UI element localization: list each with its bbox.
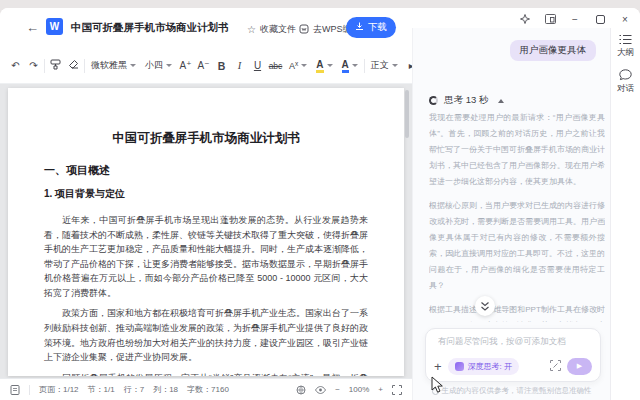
document-page[interactable]: 中国可折叠屏手机市场商业计划书 一、项目概述 1. 项目背景与定位 近年来，中国… — [8, 88, 404, 376]
doc-paragraph: 政策方面，国家和地方都在积极培育可折叠屏手机产业生态。国家出台了一系列鼓励科技创… — [44, 306, 368, 364]
chevron-down-icon — [301, 64, 307, 67]
download-label: 下载 — [368, 21, 387, 34]
clear-format-button[interactable] — [66, 55, 81, 77]
toolbar-divider — [44, 59, 45, 73]
decrease-font-button[interactable]: A⁻ — [196, 55, 211, 77]
toolbar-divider — [84, 59, 85, 73]
minimize-button[interactable]: − — [568, 12, 582, 26]
thinking-paragraph: 我现在需要处理用户的最新请求：“用户画像更具体”。首先，回顾之前的对话历史，用户… — [429, 110, 605, 190]
rail-item-outline[interactable]: 大纲 — [617, 34, 634, 59]
chevron-down-icon — [166, 64, 172, 67]
close-button[interactable]: × — [618, 12, 632, 26]
thinking-label: 思考 13 秒 — [444, 94, 488, 107]
download-button[interactable]: 下载 — [346, 17, 396, 38]
doc-heading-2: 1. 项目背景与定位 — [44, 187, 368, 201]
outline-label: 大纲 — [617, 47, 634, 59]
send-button[interactable]: ▶ — [567, 358, 592, 375]
font-color-button[interactable]: A — [339, 55, 361, 77]
favorite-icon: ☆ — [247, 24, 256, 35]
status-word-count: 字数：7160 — [187, 384, 229, 395]
paragraph-style-value: 正文 — [371, 59, 389, 72]
app-root: ← W 中国可折叠屏手机市场商业计划书 ☆ 收藏文件 去WPS编辑 下载 — [0, 0, 640, 400]
bold-icon: B — [218, 60, 226, 72]
font-name-select[interactable]: 微软雅黑 — [88, 55, 139, 77]
ai-disclaimer-text: 生成的内容仅供参考，请注意甄别信息准确性 — [442, 386, 592, 396]
deep-think-icon — [455, 362, 464, 371]
chat-input[interactable] — [436, 335, 590, 347]
zoom-in-button[interactable]: + — [378, 385, 383, 394]
thinking-content: 我现在需要处理用户的最新请求：“用户画像更具体”。首先，回顾之前的对话历史，用户… — [429, 110, 605, 322]
undo-icon: ↶ — [11, 60, 19, 71]
zoom-out-button[interactable]: − — [335, 385, 340, 394]
document-canvas: 中国可折叠屏手机市场商业计划书 一、项目概述 1. 项目背景与定位 近年来，中国… — [0, 84, 412, 378]
rail-item-dialog[interactable]: 对话 — [617, 69, 634, 95]
doc-heading-1: 一、项目概述 — [44, 163, 368, 178]
back-button[interactable]: ← — [26, 20, 39, 35]
superscript-button[interactable]: Ax — [286, 55, 310, 77]
italic-icon: I — [238, 60, 242, 71]
underline-button[interactable]: U — [250, 55, 265, 77]
thinking-spinner-icon — [429, 96, 438, 105]
bold-button[interactable]: B — [214, 55, 229, 77]
dialog-label: 对话 — [617, 83, 634, 95]
deep-think-label: 深度思考: 开 — [468, 361, 512, 372]
italic-button[interactable]: I — [232, 55, 247, 77]
ai-chat-panel: 用户画像更具体 思考 13 秒 我现在需要处理用户的最新请求：“用户画像更具体”… — [412, 28, 610, 400]
more-tools-button[interactable]: ▸ — [404, 55, 412, 77]
deep-think-toggle[interactable]: 深度思考: 开 — [448, 358, 519, 375]
thinking-header[interactable]: 思考 13 秒 — [429, 94, 504, 107]
status-page: 页面：1/12 — [39, 384, 79, 395]
font-size-select[interactable]: 小四 — [142, 55, 175, 77]
scroll-to-bottom-button[interactable] — [475, 296, 495, 316]
window-controls: − × — [518, 11, 632, 27]
increase-font-button[interactable]: A⁺ — [178, 55, 193, 77]
outline-icon — [619, 34, 632, 45]
increase-font-icon: A⁺ — [180, 60, 192, 71]
doc-paragraph: 近年来，中国可折叠屏手机市场呈现出蓬勃发展的态势。从行业发展趋势来看，随着技术的… — [44, 213, 368, 300]
doc-badge-letter: W — [50, 21, 59, 32]
undo-button[interactable]: ↶ — [8, 55, 23, 77]
translate-globe-button[interactable] — [296, 385, 306, 395]
thinking-paragraph: 根据核心原则，当用户要求对已生成的内容进行修改或补充时，需要判断是否需要调用工具… — [429, 198, 605, 294]
chevron-down-icon — [130, 64, 136, 67]
redo-button[interactable]: ↷ — [26, 55, 41, 77]
favorite-label: 收藏文件 — [260, 23, 296, 36]
document-scrollbar[interactable] — [405, 90, 409, 138]
fit-screen-button[interactable] — [392, 385, 402, 395]
format-painter-button[interactable] — [48, 55, 63, 77]
statusbar-divider — [29, 385, 30, 395]
decrease-font-icon: A⁻ — [198, 60, 210, 71]
pin-button[interactable] — [518, 12, 532, 26]
statusbar: 页面：1/12 节：1/1 行：7 列：18 字数：7160 − 100% + — [0, 378, 412, 400]
screenshot-button[interactable] — [550, 357, 561, 375]
popout-window-button[interactable] — [543, 12, 557, 26]
font-color-icon: A — [342, 59, 349, 73]
chat-input-actions: + 深度思考: 开 ▶ — [434, 357, 592, 375]
font-size-value: 小四 — [145, 59, 163, 72]
send-icon: ▶ — [577, 362, 582, 370]
page-view-mode-button[interactable] — [10, 385, 20, 395]
eye-protection-button[interactable] — [315, 386, 326, 394]
zoom-level-value: 100% — [349, 385, 369, 394]
paragraph-style-select[interactable]: 正文 — [368, 55, 401, 77]
add-attachment-button[interactable]: + — [434, 360, 442, 373]
mouse-cursor — [431, 376, 444, 394]
double-chevron-down-icon — [480, 301, 490, 312]
doc-paragraph: 回顾折叠屏手机的发展历程，它正从“尝鲜”产品逐渐走向“主流”。最初，折叠屏手机以… — [44, 371, 368, 376]
strikethrough-button[interactable]: abc — [268, 55, 283, 77]
format-painter-icon — [50, 59, 61, 72]
toolbar-divider — [364, 59, 365, 73]
dialog-icon — [619, 69, 632, 81]
status-line: 行：7 — [124, 384, 144, 395]
maximize-button[interactable] — [593, 12, 607, 26]
download-icon — [355, 22, 364, 33]
status-column: 列：18 — [153, 384, 178, 395]
screenshot-icon — [550, 360, 561, 371]
highlight-color-button[interactable]: A — [313, 55, 335, 77]
doc-type-badge: W — [46, 18, 63, 35]
favorite-file-button[interactable]: ☆ 收藏文件 — [247, 23, 296, 36]
chevron-down-icon — [392, 64, 398, 67]
formatting-toolbar: ↶ ↷ 微软雅黑 小四 A⁺ A⁻ — [0, 48, 412, 84]
thinking-paragraph: 根据工具描述，思维导图和PPT制作工具在修改时需要调用，但用户当前的请求是关于文… — [429, 302, 605, 322]
strikethrough-icon: abc — [269, 61, 283, 71]
